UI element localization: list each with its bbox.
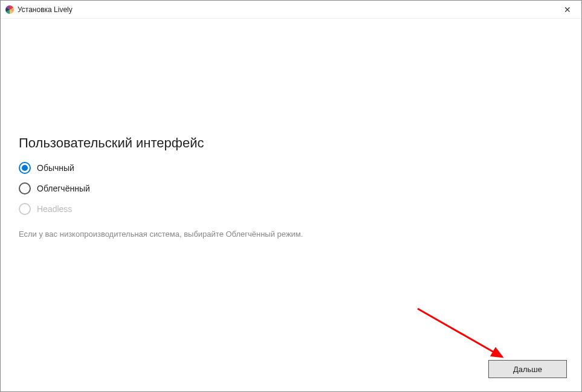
close-button[interactable]: ✕ (554, 1, 581, 18)
app-icon (5, 5, 14, 14)
footer: Дальше (1, 355, 581, 391)
ui-mode-radio-group: Обычный Облегчённый Headless (19, 162, 563, 215)
titlebar-buttons: ✕ (554, 1, 581, 18)
radio-label: Обычный (37, 163, 74, 173)
radio-icon (19, 203, 31, 215)
radio-icon (19, 182, 31, 194)
radio-option-normal[interactable]: Обычный (19, 162, 563, 174)
radio-icon (19, 162, 31, 174)
close-icon: ✕ (564, 5, 571, 14)
radio-label: Облегчённый (37, 184, 90, 193)
radio-label: Headless (37, 204, 72, 214)
section-heading: Пользовательский интерфейс (19, 135, 563, 151)
window-title: Установка Lively (18, 5, 73, 14)
radio-option-lightweight[interactable]: Облегчённый (19, 182, 563, 194)
installer-window: Установка Lively ✕ Пользовательский инте… (0, 0, 582, 392)
content-area: Пользовательский интерфейс Обычный Облег… (1, 19, 581, 355)
hint-text: Если у вас низкопроизводительная система… (19, 230, 563, 239)
next-button[interactable]: Дальше (488, 360, 567, 378)
radio-option-headless: Headless (19, 203, 563, 215)
titlebar: Установка Lively ✕ (1, 1, 581, 19)
